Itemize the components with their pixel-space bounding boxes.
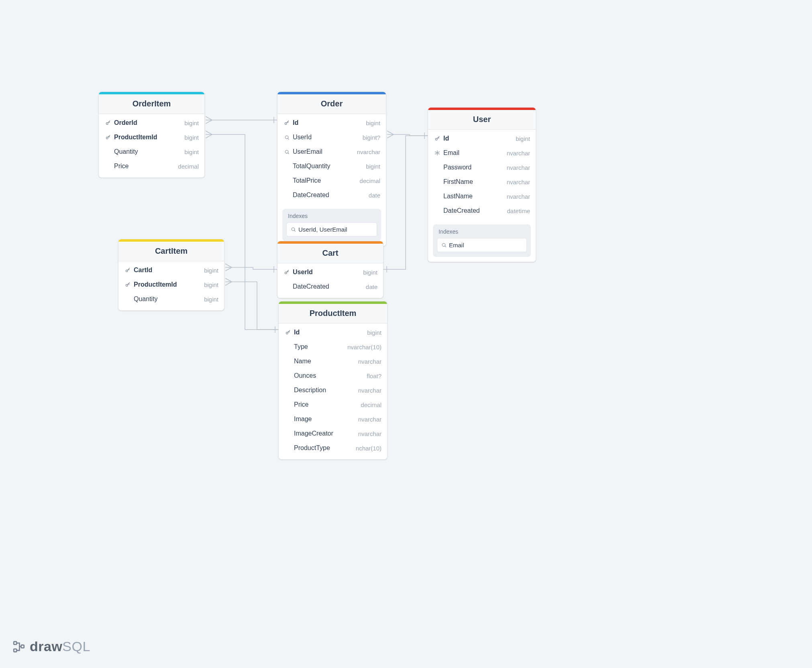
field-type: bigint bbox=[363, 269, 377, 276]
index-columns: UserId, UserEmail bbox=[298, 226, 347, 233]
rel-cartitem-productitem bbox=[225, 278, 278, 330]
field-type: nvarchar bbox=[358, 387, 382, 394]
field-name: DateCreated bbox=[443, 207, 507, 214]
key-icon bbox=[283, 269, 290, 275]
field-row[interactable]: Namenvarchar bbox=[279, 354, 387, 369]
field-row[interactable]: Ouncesfloat? bbox=[279, 369, 387, 383]
field-row[interactable]: ProductTypenchar(10) bbox=[279, 441, 387, 455]
field-row[interactable]: ProductItemIdbigint bbox=[118, 277, 224, 292]
rel-order-user bbox=[387, 131, 428, 139]
field-type: float? bbox=[367, 373, 382, 379]
key-icon bbox=[124, 282, 131, 287]
table-cartitem[interactable]: CartItemCartIdbigintProductItemIdbigintQ… bbox=[118, 239, 224, 311]
field-row[interactable]: Idbigint bbox=[277, 116, 386, 130]
key-icon bbox=[284, 330, 292, 335]
field-type: nchar(10) bbox=[356, 445, 382, 452]
key-icon bbox=[124, 267, 131, 273]
index-icon bbox=[291, 227, 296, 232]
field-row[interactable]: Typenvarchar(10) bbox=[279, 340, 387, 354]
field-row[interactable]: DateCreateddate bbox=[277, 279, 383, 294]
field-type: datetime bbox=[507, 208, 530, 214]
field-name: UserId bbox=[293, 269, 363, 276]
index-item[interactable]: UserId, UserEmail bbox=[286, 222, 377, 236]
field-type: date bbox=[369, 192, 380, 199]
field-row[interactable]: CartIdbigint bbox=[118, 263, 224, 277]
field-name: TotalQuantity bbox=[293, 163, 366, 170]
table-title: ProductItem bbox=[279, 304, 387, 324]
field-name: Password bbox=[443, 164, 507, 171]
field-row[interactable]: OrderIdbigint bbox=[99, 116, 204, 130]
field-row[interactable]: Quantitybigint bbox=[118, 292, 224, 306]
rel-cart-user bbox=[384, 136, 428, 273]
field-name: TotalPrice bbox=[293, 177, 359, 184]
indexes-label: Indexes bbox=[437, 228, 527, 235]
field-name: ProductType bbox=[294, 444, 356, 452]
field-name: Ounces bbox=[294, 372, 367, 379]
field-name: Quantity bbox=[134, 295, 204, 303]
field-row[interactable]: Imagenvarchar bbox=[279, 412, 387, 426]
field-row[interactable]: UserIdbigint? bbox=[277, 130, 386, 145]
field-name: UserEmail bbox=[293, 148, 357, 155]
table-user[interactable]: UserIdbigintEmailnvarcharPasswordnvarcha… bbox=[428, 107, 536, 262]
field-row[interactable]: Idbigint bbox=[279, 325, 387, 340]
field-type: nvarchar bbox=[358, 416, 382, 423]
snow-icon bbox=[434, 150, 441, 156]
key-icon bbox=[104, 120, 112, 126]
field-name: Email bbox=[443, 149, 507, 157]
field-type: decimal bbox=[178, 163, 199, 170]
field-row[interactable]: UserIdbigint bbox=[277, 265, 383, 279]
key-icon bbox=[434, 136, 441, 141]
field-type: bigint bbox=[204, 281, 218, 288]
table-productitem[interactable]: ProductItemIdbigintTypenvarchar(10)Namen… bbox=[278, 301, 388, 460]
field-name: LastName bbox=[443, 193, 507, 200]
rel-cartitem-cart bbox=[225, 264, 277, 273]
field-row[interactable]: DateCreateddatetime bbox=[428, 204, 536, 218]
index-item[interactable]: Email bbox=[437, 238, 527, 252]
field-type: bigint bbox=[184, 120, 199, 126]
field-name: Image bbox=[294, 415, 358, 423]
field-name: ImageCreator bbox=[294, 430, 358, 437]
table-cart[interactable]: CartUserIdbigintDateCreateddate bbox=[277, 241, 384, 298]
field-type: nvarchar bbox=[358, 358, 382, 365]
field-row[interactable]: FirstNamenvarchar bbox=[428, 175, 536, 189]
field-row[interactable]: DateCreateddate bbox=[277, 188, 386, 202]
field-type: bigint bbox=[184, 134, 199, 141]
field-row[interactable]: TotalQuantitybigint bbox=[277, 159, 386, 173]
indexes-section: IndexesUserId, UserEmail bbox=[282, 209, 381, 241]
table-order[interactable]: OrderIdbigintUserIdbigint?UserEmailnvarc… bbox=[277, 92, 386, 246]
field-row[interactable]: Passwordnvarchar bbox=[428, 160, 536, 175]
field-type: nvarchar bbox=[358, 430, 382, 437]
field-name: Type bbox=[294, 343, 347, 350]
field-row[interactable]: Pricedecimal bbox=[279, 397, 387, 412]
field-type: decimal bbox=[359, 177, 380, 184]
field-type: bigint bbox=[184, 149, 199, 155]
field-row[interactable]: ImageCreatornvarchar bbox=[279, 426, 387, 441]
field-name: FirstName bbox=[443, 178, 507, 185]
field-row[interactable]: UserEmailnvarchar bbox=[277, 145, 386, 159]
brand-icon bbox=[12, 640, 26, 654]
index-icon bbox=[283, 149, 290, 155]
field-name: Description bbox=[294, 387, 358, 394]
rel-orderitem-order bbox=[206, 116, 277, 124]
field-row[interactable]: ProductItemIdbigint bbox=[99, 130, 204, 145]
field-type: decimal bbox=[361, 401, 382, 408]
table-title: Cart bbox=[277, 244, 383, 263]
field-row[interactable]: Pricedecimal bbox=[99, 159, 204, 173]
field-name: DateCreated bbox=[293, 283, 366, 290]
field-type: nvarchar bbox=[507, 150, 530, 157]
field-name: Price bbox=[294, 401, 361, 408]
field-name: Id bbox=[293, 119, 366, 126]
table-orderitem[interactable]: OrderItemOrderIdbigintProductItemIdbigin… bbox=[98, 92, 205, 178]
field-type: bigint bbox=[367, 329, 382, 336]
field-row[interactable]: TotalPricedecimal bbox=[277, 173, 386, 188]
field-row[interactable]: Descriptionnvarchar bbox=[279, 383, 387, 397]
indexes-section: IndexesEmail bbox=[433, 224, 531, 257]
erd-canvas[interactable]: OrderItemOrderIdbigintProductItemIdbigin… bbox=[0, 0, 812, 668]
field-row[interactable]: Idbigint bbox=[428, 131, 536, 146]
field-row[interactable]: Quantitybigint bbox=[99, 145, 204, 159]
field-type: bigint bbox=[366, 163, 380, 170]
field-row[interactable]: LastNamenvarchar bbox=[428, 189, 536, 204]
field-row[interactable]: Emailnvarchar bbox=[428, 146, 536, 160]
key-icon bbox=[104, 134, 112, 140]
field-type: bigint bbox=[366, 120, 380, 126]
